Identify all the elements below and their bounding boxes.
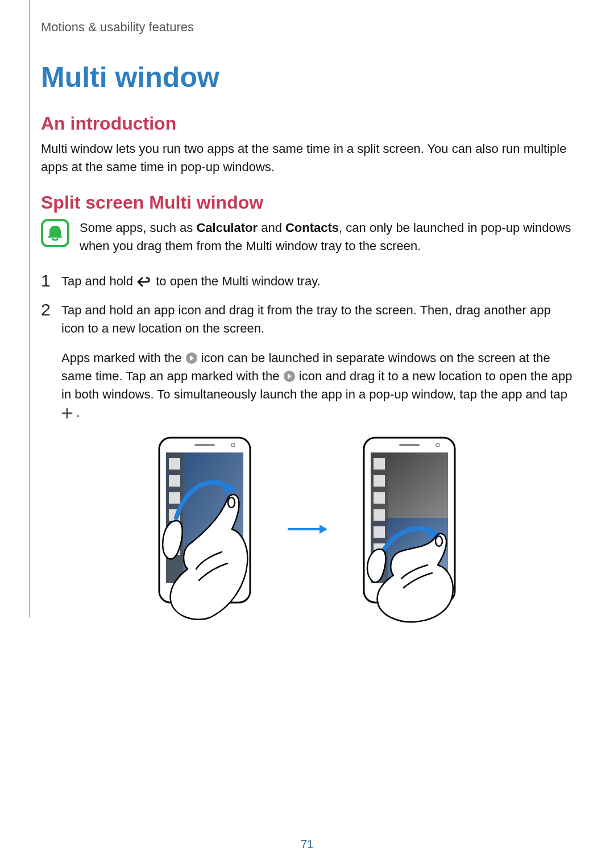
step-number: 2 bbox=[41, 301, 53, 318]
step-2: 2 Tap and hold an app icon and drag it f… bbox=[41, 301, 573, 338]
section-heading-split-screen: Split screen Multi window bbox=[41, 192, 573, 213]
step-1: 1 Tap and hold to open the Multi window … bbox=[41, 272, 573, 290]
svg-point-33 bbox=[435, 536, 442, 546]
svg-rect-9 bbox=[169, 475, 180, 487]
svg-rect-20 bbox=[399, 444, 420, 446]
svg-rect-28 bbox=[374, 509, 385, 521]
bell-icon bbox=[41, 219, 69, 250]
svg-rect-4 bbox=[194, 444, 215, 446]
svg-rect-29 bbox=[374, 526, 385, 538]
note-block: Some apps, such as Calculator and Contac… bbox=[41, 219, 573, 255]
step-2-extra-paragraph: Apps marked with the icon can be launche… bbox=[61, 349, 573, 422]
svg-rect-10 bbox=[169, 492, 180, 504]
page-title: Multi window bbox=[41, 61, 573, 94]
illustration-row bbox=[41, 435, 573, 623]
step-1-text: Tap and hold to open the Multi window tr… bbox=[61, 272, 321, 290]
intro-paragraph: Multi window lets you run two apps at th… bbox=[41, 140, 573, 176]
left-margin-rule bbox=[29, 0, 30, 617]
page-number: 71 bbox=[0, 838, 614, 851]
multi-launch-icon bbox=[185, 352, 198, 364]
svg-rect-25 bbox=[374, 458, 385, 470]
step-2-text: Tap and hold an app icon and drag it fro… bbox=[61, 301, 573, 338]
figure-phone-1 bbox=[142, 435, 267, 623]
svg-point-16 bbox=[228, 497, 235, 508]
back-arrow-icon bbox=[136, 276, 152, 288]
svg-rect-8 bbox=[169, 458, 180, 470]
svg-rect-26 bbox=[374, 475, 385, 487]
multi-launch-icon bbox=[283, 370, 296, 383]
svg-marker-18 bbox=[320, 525, 327, 534]
note-text: Some apps, such as Calculator and Contac… bbox=[80, 219, 573, 255]
svg-rect-27 bbox=[374, 492, 385, 504]
plus-icon bbox=[61, 408, 73, 419]
figure-phone-2 bbox=[347, 435, 472, 623]
arrow-right-icon bbox=[284, 518, 330, 541]
step-list: 1 Tap and hold to open the Multi window … bbox=[41, 272, 573, 623]
section-heading-introduction: An introduction bbox=[41, 113, 573, 134]
page-content: Motions & usability features Multi windo… bbox=[41, 20, 573, 845]
step-number: 1 bbox=[41, 272, 53, 289]
breadcrumb: Motions & usability features bbox=[41, 20, 573, 35]
